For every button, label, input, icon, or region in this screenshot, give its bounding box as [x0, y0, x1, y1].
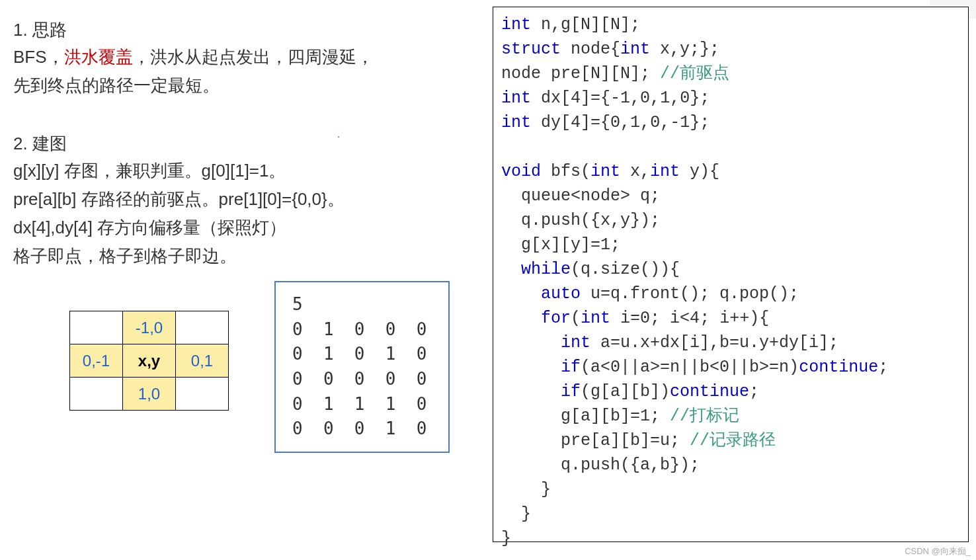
code-num: 1 [660, 89, 670, 108]
explanation-panel: 1. 思路 BFS，洪水覆盖，洪水从起点发出，四周漫延， 先到终点的路径一定最短… [13, 13, 476, 272]
code-text: ; i< [650, 309, 690, 328]
idea-suffix: ，洪水从起点发出，四周漫延， [133, 47, 374, 67]
code-comment: //打标记 [670, 407, 739, 426]
code-num: 1 [640, 407, 650, 426]
code-keyword: for [541, 309, 571, 328]
code-keyword: int [501, 113, 531, 132]
code-panel: int n,g[N][N]; struct node{int x,y;}; no… [493, 7, 969, 542]
code-text: x,y;}; [650, 40, 719, 59]
code-text [501, 284, 541, 303]
code-keyword: int [581, 309, 610, 328]
code-text: , [620, 113, 630, 132]
code-num: 1 [620, 89, 630, 108]
graph-line-4: 格子即点，格子到格子即边。 [13, 243, 476, 269]
code-text: a=u.x+dx[i],b=u.y+dy[i]; [590, 333, 838, 352]
code-text: } [501, 504, 531, 524]
code-keyword: auto [541, 284, 581, 303]
code-keyword: int [501, 89, 531, 108]
code-text: ||a>=n||b< [620, 358, 719, 377]
code-text: queue<node> q; [501, 186, 660, 206]
code-text: } [501, 480, 551, 499]
code-text: y){ [680, 162, 719, 181]
code-comment: //前驱点 [660, 64, 729, 83]
code-text: g[a][b]= [501, 407, 640, 426]
code-text: ,- [660, 113, 680, 132]
graph-line-3: dx[4],dy[4] 存方向偏移量（探照灯） [13, 215, 476, 241]
code-num: 1 [630, 113, 640, 132]
grid-cell-down: 1,0 [123, 378, 176, 411]
code-text: q.push({a,b}); [501, 456, 700, 475]
code-keyword: if [561, 358, 581, 377]
code-text: g[x][y]= [501, 235, 600, 255]
code-text: , [670, 89, 680, 108]
table-row: -1,0 [70, 311, 229, 344]
code-num: 0 [650, 113, 660, 132]
direction-grid: -1,0 0,-1 x,y 0,1 1,0 [69, 311, 229, 411]
code-keyword: int [620, 40, 650, 59]
code-text: ( [571, 309, 581, 328]
code-text: ; [610, 235, 620, 255]
grid-cell-empty [70, 378, 123, 411]
code-text: bfs( [541, 162, 590, 181]
code-text: pre[a][b]=u; [501, 431, 690, 450]
grid-cell-left: 0,-1 [70, 344, 123, 378]
spacer [13, 101, 476, 127]
code-num: 0 [610, 113, 620, 132]
watermark: CSDN @向来痴_ [905, 545, 971, 557]
code-keyword: struct [501, 40, 561, 59]
code-text: n,g[N][N]; [531, 15, 640, 34]
code-keyword: int [561, 333, 590, 352]
code-text: }; [690, 113, 710, 132]
code-text: } [501, 529, 511, 548]
code-text: ]={ [581, 113, 610, 132]
code-text: dx[ [531, 89, 571, 108]
code-keyword: while [521, 260, 571, 279]
maze-input-box: 5 0 1 0 0 0 0 1 0 1 0 0 0 0 0 0 0 1 1 1 … [274, 281, 450, 453]
code-text: i= [610, 309, 640, 328]
maze-text: 5 0 1 0 0 0 0 1 0 1 0 0 0 0 0 0 0 1 1 1 … [292, 292, 432, 442]
code-text: ; [878, 358, 888, 377]
grid-cell-right: 0,1 [176, 344, 229, 378]
code-num: 1 [600, 235, 610, 255]
code-keyword: int [650, 162, 680, 181]
code-text: node pre[N][N]; [501, 64, 660, 83]
code-keyword: if [561, 382, 581, 401]
code-text: q.push({x,y}); [501, 211, 660, 230]
section-2-title: 2. 建图 [13, 132, 476, 155]
section-1-title: 1. 思路 [13, 19, 476, 42]
code-text: (q.size()){ [571, 260, 680, 279]
code-num: 0 [640, 309, 650, 328]
code-text: (g[a][b]) [581, 382, 670, 401]
grid-cell-empty [176, 311, 229, 344]
grid-cell-up: -1,0 [123, 311, 176, 344]
code-text: }; [690, 89, 710, 108]
idea-prefix: BFS， [13, 47, 64, 67]
code-num: 0 [680, 89, 690, 108]
code-text: ; i++){ [700, 309, 769, 328]
code-num: 0 [719, 358, 729, 377]
grid-cell-center: x,y [123, 344, 176, 378]
code-text: (a< [581, 358, 610, 377]
direction-table: -1,0 0,-1 x,y 0,1 1,0 [69, 311, 229, 411]
idea-line-2: 先到终点的路径一定最短。 [13, 73, 476, 99]
code-keyword: void [501, 162, 541, 181]
code-text: node{ [561, 40, 620, 59]
grid-cell-empty [70, 311, 123, 344]
grid-cell-empty [176, 378, 229, 411]
code-keyword: int [501, 15, 531, 34]
code-text [501, 309, 541, 328]
code-keyword: continue [799, 358, 878, 377]
code-num: 0 [610, 358, 620, 377]
code-keyword: continue [670, 382, 749, 401]
code-num: 4 [690, 309, 700, 328]
code-num: 0 [640, 89, 650, 108]
code-block: int n,g[N][N]; struct node{int x,y;}; no… [501, 13, 960, 551]
code-text: ]={- [581, 89, 620, 108]
code-text [501, 260, 521, 279]
code-num: 4 [571, 113, 581, 132]
code-num: 1 [680, 113, 690, 132]
code-text: ; [749, 382, 759, 401]
code-text: dy[ [531, 113, 571, 132]
code-num: 4 [571, 89, 581, 108]
code-keyword: int [590, 162, 620, 181]
